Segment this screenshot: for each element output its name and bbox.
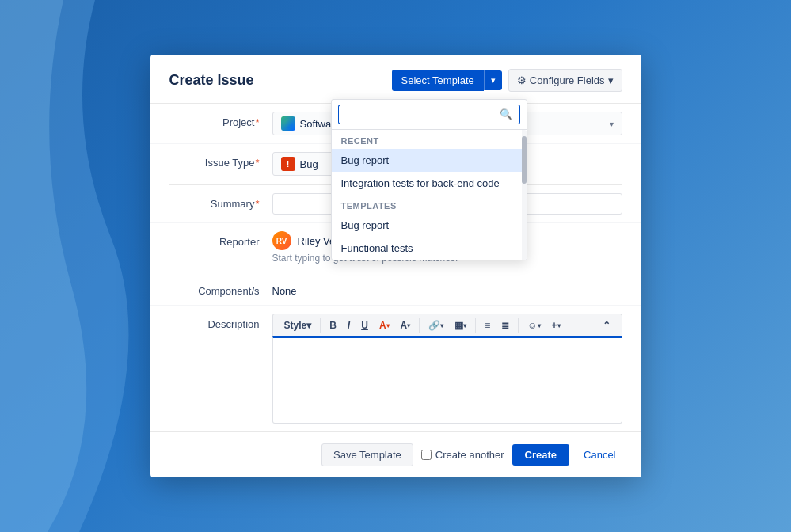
- select-template-caret[interactable]: ▾: [484, 70, 502, 90]
- bold-button[interactable]: B: [325, 317, 341, 333]
- create-another-text: Create another: [435, 449, 504, 461]
- issue-type-label: Issue Type*: [169, 152, 272, 169]
- search-icon: 🔍: [500, 108, 513, 120]
- wave-decoration: [0, 0, 174, 532]
- components-label: Component/s: [169, 280, 272, 297]
- templates-section-label: TEMPLATES: [332, 195, 522, 214]
- color-button[interactable]: A▾: [375, 317, 394, 333]
- gear-icon: ⚙: [517, 74, 527, 86]
- create-issue-modal: Create Issue Select Template ▾ ⚙ Configu…: [150, 55, 641, 477]
- bug-type-icon: !: [281, 157, 295, 171]
- link-button[interactable]: 🔗▾: [424, 317, 448, 333]
- toolbar-sep-2: [419, 318, 420, 332]
- configure-fields-label: Configure Fields: [530, 74, 605, 86]
- description-field: Style ▾ B I U A▾ A▾ 🔗▾ ▦▾ ≡ ≣ ☺▾: [272, 314, 622, 424]
- project-dropdown-arrow: ▾: [610, 120, 614, 128]
- project-icon: [281, 116, 295, 131]
- template-item-1[interactable]: Functional tests: [332, 237, 522, 260]
- svg-point-0: [283, 119, 293, 128]
- italic-button[interactable]: I: [343, 317, 355, 333]
- issue-type-required: *: [255, 157, 259, 169]
- dropdown-scrollbar[interactable]: [522, 130, 527, 260]
- bullet-list-button[interactable]: ≡: [480, 317, 495, 333]
- number-list-button[interactable]: ≣: [496, 317, 514, 333]
- modal-footer: Save Template Create another Create Canc…: [150, 431, 641, 477]
- components-field: None: [272, 280, 622, 297]
- toolbar-sep-3: [475, 318, 476, 332]
- table-button[interactable]: ▦▾: [450, 317, 471, 333]
- recent-item-0[interactable]: Bug report: [332, 149, 522, 172]
- components-value: None: [272, 280, 622, 297]
- issue-type-value: Bug: [300, 158, 318, 170]
- modal-title: Create Issue: [169, 72, 254, 89]
- template-dropdown: 🔍 RECENT Bug report Integration tests fo…: [331, 99, 527, 260]
- project-required: *: [255, 116, 259, 128]
- emoji-button[interactable]: ☺▾: [523, 317, 545, 333]
- description-row: Description Style ▾ B I U A▾ A▾ 🔗▾ ▦▾: [150, 306, 641, 431]
- summary-label: Summary*: [169, 193, 272, 210]
- collapse-button[interactable]: ⌃: [598, 317, 615, 333]
- template-search-input[interactable]: [338, 104, 493, 124]
- configure-fields-caret: ▾: [608, 74, 614, 86]
- cancel-button[interactable]: Cancel: [577, 444, 622, 466]
- save-template-button[interactable]: Save Template: [321, 443, 413, 466]
- modal-header: Create Issue Select Template ▾ ⚙ Configu…: [150, 55, 641, 104]
- components-row: Component/s None: [150, 272, 641, 306]
- more-text-button[interactable]: A▾: [396, 317, 416, 333]
- description-editor[interactable]: [272, 336, 622, 424]
- toolbar-sep-4: [518, 318, 519, 332]
- underline-button[interactable]: U: [356, 317, 373, 333]
- recent-section-label: RECENT: [332, 130, 522, 149]
- search-button[interactable]: 🔍: [493, 104, 520, 124]
- style-button[interactable]: Style ▾: [280, 317, 317, 333]
- header-actions: Select Template ▾ ⚙ Configure Fields ▾ 🔍: [392, 69, 622, 92]
- dropdown-search-container: 🔍: [332, 100, 527, 130]
- template-item-0[interactable]: Bug report: [332, 214, 522, 237]
- configure-fields-button[interactable]: ⚙ Configure Fields ▾: [508, 69, 622, 92]
- more-button[interactable]: +▾: [547, 317, 565, 333]
- create-another-label: Create another: [421, 449, 504, 461]
- description-label: Description: [169, 314, 272, 330]
- toolbar-sep-1: [320, 318, 321, 332]
- recent-item-1[interactable]: Integration tests for back-end code: [332, 172, 522, 195]
- create-button[interactable]: Create: [512, 444, 569, 466]
- style-label: Style: [284, 320, 307, 331]
- project-label: Project*: [169, 112, 272, 128]
- select-template-button[interactable]: Select Template: [392, 70, 484, 91]
- style-caret: ▾: [306, 320, 311, 331]
- scrollbar-thumb: [522, 136, 527, 184]
- select-template-label: Select Template: [401, 74, 474, 86]
- summary-required: *: [255, 198, 259, 210]
- reporter-label: Reporter: [169, 231, 272, 248]
- create-another-checkbox[interactable]: [421, 450, 432, 460]
- reporter-avatar: RV: [272, 231, 291, 250]
- description-toolbar: Style ▾ B I U A▾ A▾ 🔗▾ ▦▾ ≡ ≣ ☺▾: [272, 314, 622, 336]
